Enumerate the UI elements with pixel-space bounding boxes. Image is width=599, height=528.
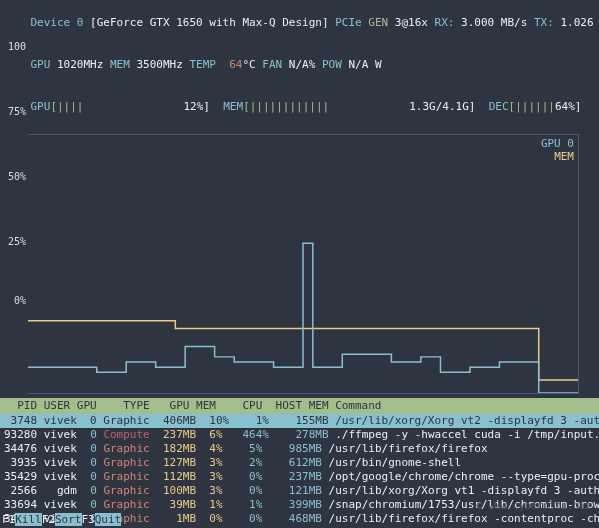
mem-text: 1.3G/4.1G] bbox=[409, 100, 475, 113]
fnlabel-quit: Quit bbox=[95, 513, 122, 526]
process-row[interactable]: 2566 gdm 0 Graphic 100MB 3% 0% 121MB /us… bbox=[4, 484, 595, 498]
pcie-gen-label: GEN bbox=[368, 16, 388, 29]
gpu-pct: 12%] bbox=[184, 100, 211, 113]
pow-label: POW bbox=[322, 58, 342, 71]
rx-value: 3.000 MB/s bbox=[461, 16, 527, 29]
device-name: [GeForce GTX 1650 with Max-Q Design] bbox=[90, 16, 328, 29]
process-row[interactable]: 3935 vivek 0 Graphic 127MB 3% 2% 612MB /… bbox=[4, 456, 595, 470]
function-keys: F1KillF2SortF3Quit bbox=[0, 513, 599, 528]
pow-value: N/A W bbox=[348, 58, 381, 71]
process-row[interactable]: 35429 vivek 0 Graphic 112MB 3% 0% 237MB … bbox=[4, 470, 595, 484]
device-header: Device 0 [GeForce GTX 1650 with Max-Q De… bbox=[0, 0, 599, 130]
process-table-header: PID USER GPU TYPE GPU MEM CPU HOST MEM C… bbox=[0, 398, 599, 414]
dec-bar-label: DEC bbox=[489, 100, 509, 113]
gpu-clock: 1020MHz bbox=[57, 58, 103, 71]
fnlabel-kill: Kill bbox=[15, 513, 42, 526]
rx-label: RX: bbox=[435, 16, 455, 29]
tx-value: 1.026 GB/s bbox=[560, 16, 599, 29]
fan-value: N/A% bbox=[289, 58, 316, 71]
watermark: © www.cyberciti.biz bbox=[0, 498, 599, 513]
process-row[interactable]: 34476 vivek 0 Graphic 182MB 4% 5% 985MB … bbox=[4, 442, 595, 456]
mem-bar-label: MEM bbox=[223, 100, 243, 113]
mem-bar: [|||||||||||| bbox=[243, 100, 329, 113]
fnlabel-sort: Sort bbox=[55, 513, 82, 526]
gpu-clock-label: GPU bbox=[31, 58, 51, 71]
fnkey-f1[interactable]: F1 bbox=[2, 513, 15, 526]
gpu-bar-label: GPU bbox=[31, 100, 51, 113]
fan-label: FAN bbox=[262, 58, 282, 71]
fnkey-f2[interactable]: F2 bbox=[42, 513, 55, 526]
process-row[interactable]: 93280 vivek 0 Compute 237MB 6% 464% 278M… bbox=[4, 428, 595, 442]
temp-value: 64 bbox=[229, 58, 242, 71]
tx-label: TX: bbox=[534, 16, 554, 29]
mem-clock: 3500MHz bbox=[136, 58, 182, 71]
temp-label: TEMP bbox=[189, 58, 216, 71]
gpu-bar: [|||| bbox=[50, 100, 83, 113]
device-index: Device 0 bbox=[31, 16, 84, 29]
temp-unit: °C bbox=[242, 58, 255, 71]
mem-clock-label: MEM bbox=[110, 58, 130, 71]
fnkey-f3[interactable]: F3 bbox=[82, 513, 95, 526]
dec-pct: 64%] bbox=[555, 100, 582, 113]
utilization-chart: GPU 0 MEM bbox=[28, 134, 579, 394]
pcie-gen-value: 3@16x bbox=[395, 16, 428, 29]
pcie-label: PCIe bbox=[335, 16, 362, 29]
dec-bar: [|||||| bbox=[509, 100, 555, 113]
process-row-selected[interactable]: 3748 vivek 0 Graphic 406MB 10% 1% 155MB … bbox=[0, 414, 599, 428]
